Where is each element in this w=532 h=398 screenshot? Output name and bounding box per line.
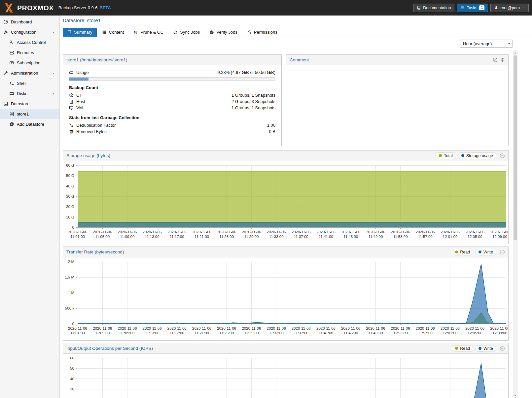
svg-text:30: 30 <box>70 387 74 391</box>
tab-summary[interactable]: Summary <box>63 28 97 37</box>
edit-circle-icon[interactable] <box>493 57 498 62</box>
legend-label: Read <box>460 250 470 254</box>
gear-icon[interactable] <box>500 57 505 62</box>
sidebar-item-shell[interactable]: Shell <box>0 78 59 88</box>
vertical-scrollbar[interactable]: ▲ ▼ <box>513 50 517 398</box>
svg-text:2020-11-06: 2020-11-06 <box>118 230 137 234</box>
plus-circle-icon <box>9 122 14 127</box>
trash-icon <box>133 30 138 35</box>
svg-text:11:09:00: 11:09:00 <box>120 331 134 335</box>
tab-verify-jobs[interactable]: Verify Jobs <box>205 28 242 37</box>
summary-panel-body: Usage 9.23% (4.67 GiB of 50.56 GiB) Back… <box>63 65 281 135</box>
svg-text:11:05:00: 11:05:00 <box>95 331 110 335</box>
sidebar-item-label: Datastore <box>11 101 29 106</box>
sidebar-item-label: Remotes <box>17 50 34 55</box>
comment-panel-body[interactable] <box>286 65 508 69</box>
stat-label: CT <box>76 93 82 98</box>
legend-total[interactable]: Total <box>436 152 456 159</box>
user-menu-button[interactable]: root@pam <box>490 4 529 12</box>
tab-label: Verify Jobs <box>216 30 237 35</box>
svg-text:2020-11-06: 2020-11-06 <box>93 230 112 234</box>
check-circle-icon <box>209 30 214 35</box>
usage-value: 9.23% (4.67 GiB of 50.56 GiB) <box>217 70 275 75</box>
caret-right-icon[interactable] <box>52 92 55 96</box>
svg-text:1 M: 1 M <box>68 291 74 295</box>
tab-content[interactable]: Content <box>98 28 128 37</box>
timeframe-select[interactable]: Hour (average) <box>460 40 513 48</box>
legend-label: Read <box>460 346 470 351</box>
svg-text:50: 50 <box>70 366 74 370</box>
database-icon <box>3 101 8 106</box>
backup-count-title: Backup Count <box>69 85 275 90</box>
svg-text:2020-11-06: 2020-11-06 <box>267 326 286 330</box>
servers-icon <box>9 50 14 55</box>
sidebar-item-disks[interactable]: Disks <box>0 88 59 99</box>
sidebar-item-add-datastore[interactable]: Add Datastore <box>0 119 59 129</box>
legend-read[interactable]: Read <box>452 249 473 255</box>
sidebar-item-administration[interactable]: Administration <box>0 68 59 78</box>
transfer-rate-bytes-second-panel: Transfer Rate (bytes/second)ReadWrite050… <box>63 247 509 341</box>
sidebar-item-datastore[interactable]: Datastore <box>0 99 59 109</box>
collapse-icon[interactable] <box>500 153 505 158</box>
logo-text: PROXMOX <box>17 4 54 12</box>
proxmox-logo-mark <box>3 3 15 13</box>
svg-text:12:09:00: 12:09:00 <box>492 235 507 239</box>
collapse-icon[interactable] <box>500 346 505 351</box>
svg-text:2020-11-06: 2020-11-06 <box>341 230 360 234</box>
caret-down-icon[interactable] <box>52 71 55 75</box>
sidebar-item-subscription[interactable]: Subscription <box>0 58 59 68</box>
storage-usage-bytes-panel: Storage usage (bytes)TotalStorage usage0… <box>63 150 509 244</box>
stat-label: Deduplication Factor <box>76 123 116 128</box>
usage-label: Usage <box>76 70 89 75</box>
collapse-icon[interactable] <box>500 249 505 255</box>
caret-down-icon[interactable] <box>52 30 55 34</box>
svg-text:2020-11-06: 2020-11-06 <box>192 230 211 234</box>
svg-text:11:49:00: 11:49:00 <box>368 331 383 335</box>
legend-dot <box>455 347 458 350</box>
beta-link[interactable]: BETA <box>99 5 111 10</box>
chart-panel-header: Input/Output Operations per Second (IOPS… <box>63 343 508 354</box>
sidebar-item-dashboard[interactable]: Dashboard <box>0 17 59 27</box>
svg-text:2020-11-06: 2020-11-06 <box>143 326 162 330</box>
tab-prune-gc[interactable]: Prune & GC <box>129 28 168 37</box>
svg-text:2020-11-06: 2020-11-06 <box>242 326 261 330</box>
sidebar-item-store1[interactable]: store1 <box>0 109 59 119</box>
disk-icon <box>9 91 14 96</box>
sidebar-item-remotes[interactable]: Remotes <box>0 48 59 58</box>
tab-permissions[interactable]: Permissions <box>243 28 282 37</box>
legend-read[interactable]: Read <box>452 345 473 352</box>
svg-text:2020-11-06: 2020-11-06 <box>167 326 187 330</box>
scroll-up-arrow[interactable]: ▲ <box>513 50 517 55</box>
storage-usage-bytes-chart: 010 G20 G30 G40 G50 G60 G2020-11-0611:01… <box>63 161 508 244</box>
sidebar-item-configuration[interactable]: Configuration <box>0 27 59 37</box>
stat-label: Removed Bytes <box>76 129 107 134</box>
svg-text:0: 0 <box>72 322 74 326</box>
chart-title: Storage usage (bytes) <box>66 153 110 158</box>
scroll-down-arrow[interactable]: ▼ <box>513 393 517 398</box>
documentation-button[interactable]: Documentation <box>413 4 454 12</box>
legend-write[interactable]: Write <box>475 249 496 255</box>
legend-dot <box>439 154 442 157</box>
stat-row-ct: CT1 Groups, 1 Snapshots <box>69 92 275 98</box>
legend-write[interactable]: Write <box>475 345 496 352</box>
svg-text:2020-11-06: 2020-11-06 <box>490 326 508 330</box>
scrollbar-thumb[interactable] <box>514 55 517 240</box>
stat-row-deduplication-factor: Deduplication Factor1.00 <box>69 122 275 128</box>
grid-icon <box>102 30 107 35</box>
legend-storage-usage[interactable]: Storage usage <box>458 152 496 159</box>
tab-sync-jobs[interactable]: Sync Jobs <box>169 28 204 37</box>
svg-text:2020-11-06: 2020-11-06 <box>416 230 435 234</box>
documentation-label: Documentation <box>423 6 451 10</box>
svg-text:40 G: 40 G <box>66 184 74 188</box>
tasks-button[interactable]: Tasks 1 <box>457 4 488 12</box>
svg-text:11:57:00: 11:57:00 <box>418 331 433 335</box>
svg-text:11:21:00: 11:21:00 <box>195 331 209 335</box>
comment-panel-title: Comment <box>290 57 309 62</box>
tab-label: Content <box>109 30 124 35</box>
combo-caret-icon[interactable] <box>506 40 513 47</box>
sidebar-item-access-control[interactable]: Access Control <box>0 37 59 48</box>
svg-text:12:09:00: 12:09:00 <box>492 331 507 335</box>
svg-text:2020-11-06: 2020-11-06 <box>192 326 211 330</box>
sidebar: DashboardConfigurationAccess ControlRemo… <box>0 16 60 398</box>
ticket-icon <box>9 60 14 65</box>
